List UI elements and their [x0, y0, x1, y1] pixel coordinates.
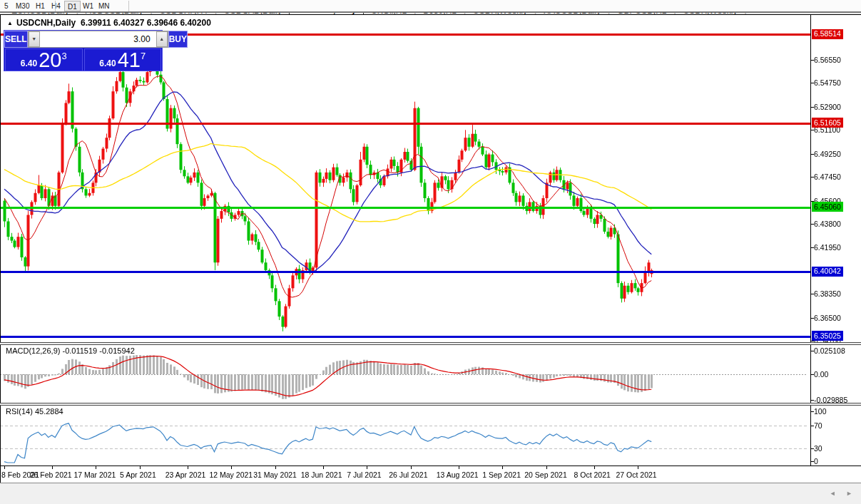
date-axis-label: 8 Oct 2021 — [574, 470, 611, 479]
sell-price-pip: 3 — [61, 51, 66, 61]
volume-increase-button[interactable]: ▲ — [156, 31, 168, 47]
timeframe-button-W1[interactable]: W1 — [80, 1, 96, 11]
buy-price-main: 41 — [118, 49, 141, 71]
chart-symbol-label: USDCNH,Daily — [16, 18, 76, 28]
chart-title: ▲USDCNH,Daily 6.39911 6.40327 6.39646 6.… — [7, 18, 211, 28]
date-axis-label: 31 May 2021 — [253, 470, 297, 479]
price-level-badge-6.51605: 6.51605 — [812, 118, 843, 128]
chart-window-bottom-border — [0, 483, 861, 483]
sell-price-main: 20 — [39, 49, 61, 71]
horizontal-level-line-6.45060[interactable] — [1, 207, 810, 209]
volume-decrease-button[interactable]: ▼ — [29, 31, 40, 47]
date-axis-label: 23 Apr 2021 — [165, 470, 206, 479]
timeframe-button-D1[interactable]: D1 — [64, 1, 81, 11]
date-axis-line — [0, 466, 861, 466]
buy-price-display[interactable]: 6.40 41 7 — [84, 48, 162, 71]
price-axis-label-6.56550: 6.56550 — [814, 56, 841, 64]
horizontal-level-line-6.35025[interactable] — [1, 336, 810, 338]
buy-price-pip: 7 — [141, 51, 146, 61]
rsi-axis-label-70: 70 — [814, 421, 822, 430]
price-axis-label-6.49250: 6.49250 — [814, 150, 841, 158]
macd-axis-label-0.00: 0.00 — [814, 370, 828, 379]
price-axis-label-6.41950: 6.41950 — [814, 243, 841, 252]
volume-stepper: ▼ ▲ — [28, 31, 168, 48]
rsi-indicator-label: RSI(14) 45.2884 — [6, 407, 63, 416]
terminal-window: 5M30H1H4D1W1MN ▲USDCNH,Daily 6.39911 6.4… — [0, 0, 861, 504]
buy-button[interactable]: BUY — [168, 31, 188, 48]
price-chart-canvas[interactable] — [0, 0, 861, 504]
price-level-badge-6.45060: 6.45060 — [812, 202, 843, 212]
date-axis-label: 5 Apr 2021 — [120, 470, 156, 479]
one-click-trading-widget: SELL ▼ ▲ BUY 6.40 20 3 6.40 41 7 — [4, 30, 163, 71]
sell-price-prefix: 6.40 — [21, 58, 37, 68]
date-axis-label: 18 Jun 2021 — [301, 470, 342, 479]
collapse-arrow-icon[interactable]: ▲ — [7, 20, 13, 26]
tab-scroll-arrows[interactable]: ◄ ► — [830, 490, 857, 497]
horizontal-level-line-6.40042[interactable] — [1, 271, 810, 273]
date-axis-label: 27 Oct 2021 — [616, 470, 656, 479]
chart-ohlc-values: 6.39911 6.40327 6.39646 6.40200 — [81, 18, 211, 28]
price-axis-label-6.52900: 6.52900 — [814, 103, 841, 111]
price-axis-label-6.43800: 6.43800 — [814, 220, 841, 228]
date-axis-label: 26 Jul 2021 — [389, 470, 427, 479]
macd-indicator-label: MACD(12,26,9) -0.011519 -0.015942 — [6, 346, 135, 355]
price-level-badge-6.40042: 6.40042 — [812, 267, 843, 277]
price-level-badge-6.35025: 6.35025 — [812, 331, 843, 341]
date-axis-label: 17 Mar 2021 — [73, 470, 116, 479]
price-axis-label-6.36500: 6.36500 — [814, 314, 841, 322]
toolbar-separator — [55, 1, 56, 11]
price-axis-label-6.38350: 6.38350 — [814, 289, 841, 298]
volume-input[interactable] — [40, 31, 156, 47]
timeframe-button-H4[interactable]: H4 — [49, 1, 63, 11]
macd-rsi-splitter[interactable] — [0, 403, 861, 406]
date-axis-label: 12 May 2021 — [209, 470, 253, 479]
horizontal-level-line-6.51605[interactable] — [1, 123, 810, 125]
rsi-axis-label-0: 0 — [814, 457, 818, 466]
price-axis-label-6.54750: 6.54750 — [814, 78, 841, 87]
date-axis-label: 1 Sep 2021 — [482, 470, 521, 479]
timeframe-toolbar: 5M30H1H4D1W1MN — [0, 0, 861, 13]
buy-price-prefix: 6.40 — [99, 58, 116, 68]
rsi-axis-label-30: 30 — [814, 444, 822, 453]
timeframe-button-H1[interactable]: H1 — [33, 1, 48, 11]
toolbar-separator — [128, 1, 129, 11]
price-axis-line — [810, 14, 811, 466]
price-axis-label-6.47450: 6.47450 — [814, 173, 841, 181]
date-axis-label: 13 Aug 2021 — [437, 470, 479, 479]
date-axis-label: 26 Feb 2021 — [30, 470, 72, 479]
rsi-axis-label-100: 100 — [814, 407, 827, 416]
sell-price-display[interactable]: 6.40 20 3 — [5, 48, 83, 71]
macd-axis-label-0.025108: 0.025108 — [814, 346, 845, 355]
date-axis-label: 20 Sep 2021 — [524, 470, 567, 479]
timeframe-button-MN[interactable]: MN — [96, 1, 113, 11]
price-level-badge-6.58514: 6.58514 — [812, 29, 843, 39]
main-macd-splitter[interactable] — [0, 342, 861, 345]
date-axis-label: 7 Jul 2021 — [347, 470, 381, 479]
timeframe-button-M30[interactable]: M30 — [13, 1, 32, 11]
timeframe-button-5[interactable]: 5 — [1, 1, 11, 11]
sell-button[interactable]: SELL — [4, 31, 28, 48]
